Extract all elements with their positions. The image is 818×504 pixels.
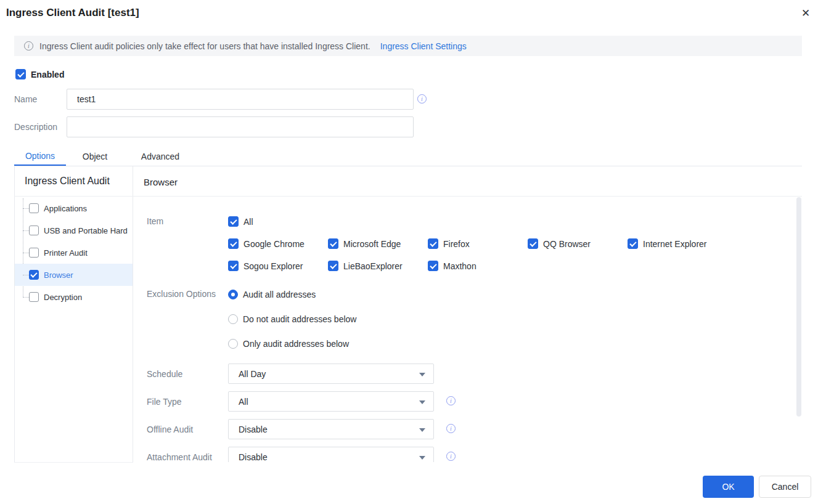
- enabled-checkbox[interactable]: [15, 69, 26, 79]
- checkbox-label: LieBaoExplorer: [343, 261, 403, 271]
- checkbox-label: Microsoft Edge: [343, 239, 401, 249]
- file-type-select[interactable]: All: [228, 391, 434, 412]
- radio-do-not-audit-addresses-below[interactable]: Do not audit addresses below: [228, 314, 356, 324]
- checkbox-label: Sogou Explorer: [243, 261, 303, 271]
- schedule-label: Schedule: [147, 369, 182, 379]
- radio-label: Audit all addresses: [243, 290, 316, 299]
- tree-header: Ingress Client Audit: [25, 176, 110, 187]
- select-value: All: [239, 397, 248, 407]
- checkbox-sogou-explorer[interactable]: Sogou Explorer: [228, 261, 303, 271]
- radio-label: Do not audit addresses below: [243, 314, 356, 324]
- attachment-audit-label: Attachment Audit: [147, 452, 212, 462]
- banner-text: Ingress Client audit policies only take …: [39, 41, 370, 51]
- tree-item-printer-audit[interactable]: Printer Audit: [15, 242, 133, 264]
- radio-only-audit-addresses-below[interactable]: Only audit addresses below: [228, 338, 349, 349]
- radio-label: Only audit addresses below: [243, 339, 349, 349]
- tree-item-applications[interactable]: Applications: [15, 197, 133, 219]
- page-title: Ingress Client Audit [test1]: [6, 7, 139, 19]
- vertical-scrollbar[interactable]: [796, 197, 801, 417]
- cancel-button[interactable]: Cancel: [759, 476, 811, 498]
- tree-item-label: Browser: [44, 270, 73, 280]
- chevron-down-icon: [419, 428, 425, 432]
- attachment-audit-select[interactable]: Disable: [228, 447, 434, 462]
- info-banner: i Ingress Client audit policies only tak…: [14, 36, 802, 56]
- checkbox-firefox[interactable]: Firefox: [428, 238, 470, 249]
- ingress-client-settings-link[interactable]: Ingress Client Settings: [380, 41, 467, 51]
- select-value: All Day: [239, 369, 266, 379]
- checkbox-box: [228, 261, 239, 271]
- select-value: Disable: [239, 425, 268, 434]
- radio-circle: [228, 314, 238, 324]
- checkbox-label: Internet Explorer: [643, 239, 707, 249]
- tree-panel: Applications USB and Portable Hard Print…: [15, 197, 133, 308]
- tree-item-label: USB and Portable Hard: [44, 226, 128, 235]
- chevron-down-icon: [419, 456, 425, 460]
- tree-item-usb-and-portable-hard[interactable]: USB and Portable Hard: [15, 219, 133, 242]
- checkbox-label: Maxthon: [443, 261, 476, 271]
- checkbox-box: [228, 216, 239, 227]
- checkbox-box: [228, 238, 239, 249]
- checkbox-google-chrome[interactable]: Google Chrome: [228, 238, 305, 249]
- checkbox-box: [528, 238, 538, 249]
- tree-item-checkbox[interactable]: [29, 226, 39, 235]
- checkbox-box: [328, 261, 338, 271]
- radio-circle: [228, 339, 238, 349]
- tree-item-browser[interactable]: Browser: [15, 264, 133, 286]
- checkbox-box: [428, 261, 438, 271]
- description-label: Description: [14, 122, 57, 132]
- checkbox-label: All: [243, 217, 253, 227]
- checkbox-label: Firefox: [443, 239, 470, 249]
- file-type-info-icon[interactable]: i: [446, 396, 456, 405]
- item-label: Item: [147, 216, 163, 226]
- offline-audit-label: Offline Audit: [147, 425, 193, 434]
- radio-circle: [228, 290, 238, 299]
- tree-item-checkbox[interactable]: [29, 292, 39, 302]
- checkbox-all[interactable]: All: [228, 216, 253, 227]
- tab-options[interactable]: Options: [14, 147, 66, 166]
- name-info-icon[interactable]: i: [417, 94, 427, 104]
- browser-settings-panel: Item All Google Chrome Microsoft Edge Fi…: [133, 196, 797, 462]
- checkbox-microsoft-edge[interactable]: Microsoft Edge: [328, 238, 401, 249]
- checkbox-label: QQ Browser: [543, 239, 591, 249]
- checkbox-liebaoexplorer[interactable]: LieBaoExplorer: [328, 261, 403, 271]
- checkbox-maxthon[interactable]: Maxthon: [428, 261, 476, 271]
- chevron-down-icon: [419, 400, 425, 404]
- tree-item-checkbox[interactable]: [29, 248, 39, 258]
- ok-button[interactable]: OK: [703, 476, 754, 498]
- tree-item-checkbox[interactable]: [29, 203, 39, 213]
- tree-item-checkbox[interactable]: [29, 270, 39, 280]
- checkbox-label: Google Chrome: [243, 239, 305, 249]
- radio-audit-all-addresses[interactable]: Audit all addresses: [228, 289, 316, 299]
- offline-audit-info-icon[interactable]: i: [446, 424, 456, 433]
- checkbox-box: [628, 238, 638, 249]
- tab-object[interactable]: Object: [70, 147, 120, 166]
- exclusion-options-label: Exclusion Options: [147, 289, 216, 299]
- tree-item-decryption[interactable]: Decryption: [15, 286, 133, 308]
- schedule-select[interactable]: All Day: [228, 364, 434, 384]
- tab-bar: Options Object Advanced: [14, 147, 190, 166]
- file-type-label: File Type: [147, 397, 182, 407]
- content-header: Browser: [144, 177, 178, 187]
- info-icon: i: [24, 41, 33, 51]
- checkbox-box: [428, 238, 438, 249]
- panel-bottom-border: [14, 462, 133, 463]
- name-label: Name: [14, 94, 37, 104]
- chevron-down-icon: [419, 373, 425, 376]
- close-icon[interactable]: ✕: [799, 6, 812, 20]
- offline-audit-select[interactable]: Disable: [228, 419, 434, 439]
- tree-item-label: Applications: [44, 204, 87, 213]
- attachment-audit-info-icon[interactable]: i: [446, 452, 456, 461]
- checkbox-box: [328, 238, 338, 249]
- enabled-label: Enabled: [31, 70, 64, 79]
- tab-advanced[interactable]: Advanced: [131, 147, 190, 166]
- checkbox-qq-browser[interactable]: QQ Browser: [528, 238, 591, 249]
- name-input[interactable]: [67, 89, 414, 110]
- description-input[interactable]: [67, 116, 414, 137]
- enabled-row: Enabled: [15, 69, 64, 79]
- tree-item-label: Decryption: [44, 293, 82, 302]
- select-value: Disable: [239, 452, 268, 462]
- checkbox-internet-explorer[interactable]: Internet Explorer: [628, 238, 707, 249]
- tree-item-label: Printer Audit: [44, 248, 88, 258]
